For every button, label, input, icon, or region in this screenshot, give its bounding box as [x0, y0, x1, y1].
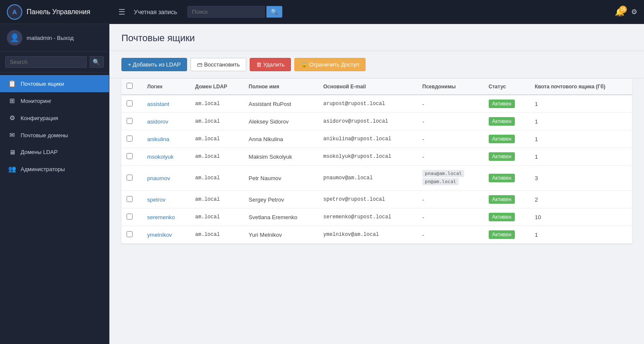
login-link[interactable]: assistant	[147, 101, 169, 107]
alias-empty: -	[422, 136, 424, 142]
sidebar-search-container: 🔍	[0, 52, 109, 72]
status-badge: Активен	[489, 174, 515, 182]
navbar-search-button[interactable]: 🔍	[266, 6, 282, 18]
table-container: Логин Домен LDAP Полное имя Основной E-m…	[109, 78, 644, 254]
login-link[interactable]: spetrov	[147, 196, 166, 203]
sidebar-item-admins[interactable]: 👥 Администраторы	[0, 160, 109, 178]
sidebar-search-input[interactable]	[5, 56, 87, 68]
alias-empty: -	[422, 101, 424, 107]
row-checkbox-cell	[121, 226, 142, 244]
sidebar-item-monitoring[interactable]: ⊞ Мониторинг	[0, 92, 109, 109]
row-checkbox-cell	[121, 208, 142, 226]
navbar-search-input[interactable]	[187, 6, 265, 18]
row-fullname: Yuri Melnikov	[244, 226, 318, 244]
row-checkbox[interactable]	[127, 153, 133, 159]
status-badge: Активен	[489, 117, 515, 126]
sidebar-item-mail-domains[interactable]: ✉ Почтовые домены	[0, 127, 109, 144]
row-aliases: -	[417, 226, 483, 244]
mail-domains-label: Почтовые домены	[21, 132, 68, 139]
row-login: asidorov	[142, 113, 190, 130]
brand-name: Панель Управления	[27, 8, 90, 16]
notifications-button[interactable]: 🔔 15	[615, 7, 624, 17]
navbar-right: 🔔 15 ⚙	[615, 7, 637, 17]
row-fullname: Maksim Sokolyuk	[244, 148, 318, 166]
login-link[interactable]: asidorov	[147, 118, 168, 125]
row-quota: 3	[529, 166, 632, 191]
col-email: Основной E-mail	[318, 78, 417, 95]
sidebar-item-mailboxes[interactable]: 📋 Почтовые ящики	[0, 75, 109, 92]
login-link[interactable]: anikulina	[147, 136, 169, 142]
row-checkbox[interactable]	[127, 118, 133, 124]
row-status: Активен	[484, 166, 530, 191]
row-domain: am.local	[190, 166, 244, 191]
config-icon: ⚙	[8, 114, 16, 122]
row-status: Активен	[484, 113, 530, 130]
table-row: anikulina am.local Anna Nikulina anikuli…	[121, 130, 632, 148]
row-login: ymelnikov	[142, 226, 190, 244]
row-aliases: -	[417, 113, 483, 130]
alias-empty: -	[422, 196, 424, 203]
row-domain: am.local	[190, 130, 244, 148]
row-checkbox-cell	[121, 191, 142, 208]
row-quota: 2	[529, 191, 632, 208]
delete-button[interactable]: 🗑 Удалить	[250, 58, 291, 71]
alias-empty: -	[422, 214, 424, 220]
row-quota: 1	[529, 226, 632, 244]
col-domain: Домен LDAP	[190, 78, 244, 95]
admins-icon: 👥	[8, 165, 16, 173]
row-status: Активен	[484, 148, 530, 166]
row-checkbox[interactable]	[127, 100, 133, 106]
sidebar-search-button[interactable]: 🔍	[89, 56, 104, 68]
monitoring-label: Мониторинг	[21, 98, 51, 104]
login-link[interactable]: seremenko	[147, 214, 175, 220]
col-quota: Квота почтового ящика (Гб)	[529, 78, 632, 95]
row-checkbox[interactable]	[127, 136, 133, 142]
add-ldap-button[interactable]: + Добавить из LDAP	[121, 58, 187, 71]
sidebar-item-ldap-domains[interactable]: 🖥 Домены LDAP	[0, 144, 109, 160]
alias-tag: pnau@am.local	[422, 170, 464, 177]
settings-button[interactable]: ⚙	[631, 8, 637, 16]
row-aliases: -	[417, 191, 483, 208]
main-layout: 👤 mailadmin - Выход 🔍 📋 Почтовые ящики ⊞…	[0, 24, 644, 344]
alias-empty: -	[422, 154, 424, 160]
restrict-button[interactable]: 🔒 Ограничить Доступ	[294, 58, 366, 71]
login-link[interactable]: ymelnikov	[147, 232, 172, 238]
col-aliases: Псевдонимы	[417, 78, 483, 95]
hamburger-icon[interactable]: ☰	[115, 6, 129, 18]
login-link[interactable]: msokolyuk	[147, 154, 173, 160]
row-domain: am.local	[190, 113, 244, 130]
table-row: spetrov am.local Sergey Petrov spetrov@r…	[121, 191, 632, 208]
row-login: pnaumov	[142, 166, 190, 191]
row-checkbox[interactable]	[127, 196, 133, 202]
table-row: seremenko am.local Svetlana Eremenko ser…	[121, 208, 632, 226]
row-checkbox[interactable]	[127, 175, 133, 181]
row-fullname: Anna Nikulina	[244, 130, 318, 148]
select-all-checkbox[interactable]	[127, 83, 133, 89]
alias-empty: -	[422, 232, 424, 238]
row-checkbox[interactable]	[127, 214, 133, 220]
alias-empty: -	[422, 118, 424, 125]
row-domain: am.local	[190, 95, 244, 113]
row-login: seremenko	[142, 208, 190, 226]
row-checkbox-cell	[121, 148, 142, 166]
sidebar-user: 👤 mailadmin - Выход	[0, 24, 109, 52]
status-badge: Активен	[489, 100, 515, 108]
row-fullname: Svetlana Eremenko	[244, 208, 318, 226]
row-fullname: Sergey Petrov	[244, 191, 318, 208]
row-checkbox[interactable]	[127, 231, 133, 237]
avatar: 👤	[7, 30, 22, 45]
col-status: Статус	[484, 78, 530, 95]
login-link[interactable]: pnaumov	[147, 175, 170, 181]
brand-icon: A	[7, 4, 22, 20]
row-email: asidorov@rupost.local	[318, 113, 417, 130]
restore-button[interactable]: 🗃 Восстановить	[190, 58, 246, 71]
row-aliases: pnau@am.localpn@am.local	[417, 166, 483, 191]
status-badge: Активен	[489, 195, 515, 204]
sidebar-item-config[interactable]: ⚙ Конфигурация	[0, 109, 109, 127]
table-row: asidorov am.local Aleksey Sidorov asidor…	[121, 113, 632, 130]
row-email: pnaumov@am.local	[318, 166, 417, 191]
row-quota: 1	[529, 148, 632, 166]
row-domain: am.local	[190, 208, 244, 226]
page-title: Почтовые ящики	[121, 33, 632, 44]
ldap-domains-icon: 🖥	[8, 148, 16, 156]
